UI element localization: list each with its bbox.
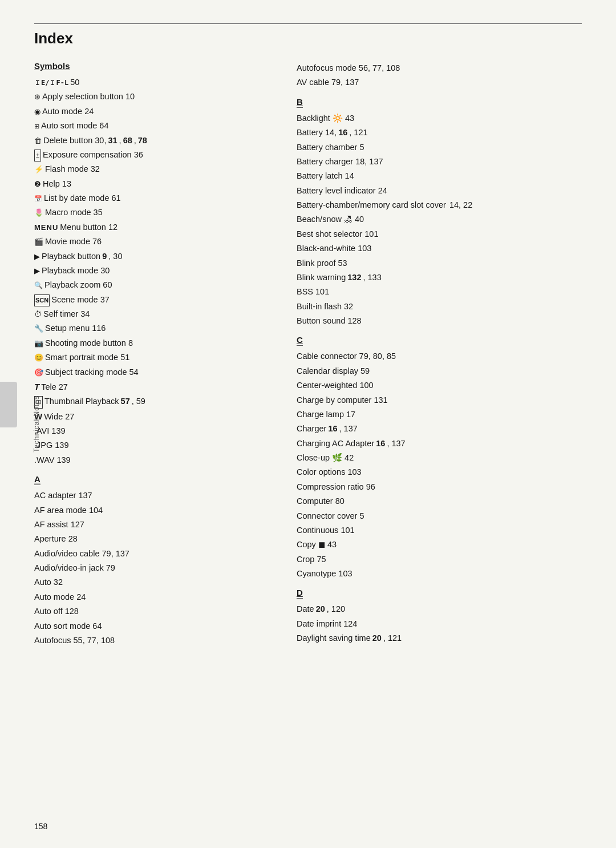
list-item: Audio/video-in jack 79: [34, 561, 274, 575]
list-item: ⊛ Apply selection button 10: [34, 90, 274, 104]
content-area: Symbols ꀤE/ꀤF-L 50 ⊛ Apply selection but…: [34, 61, 582, 650]
list-item: ± Exposure compensation 36: [34, 148, 274, 162]
list-item: Auto mode 24: [34, 590, 274, 604]
smart-portrait-icon: 😊: [34, 352, 43, 365]
section-b: B Backlight 🔆 43 Battery 14, 16, 121 Bat…: [297, 97, 582, 329]
symbols-header: Symbols: [34, 61, 274, 71]
list-item: Battery latch 14: [297, 169, 582, 183]
list-item: Aperture 28: [34, 532, 274, 546]
setup-menu-icon: 🔧: [34, 322, 43, 336]
list-item: Charge by computer 131: [297, 393, 582, 407]
list-item: Battery chamber 5: [297, 140, 582, 155]
list-item: Black-and-white 103: [297, 241, 582, 256]
list-item: Color options 103: [297, 465, 582, 479]
playback-zoom-icon: 🔍: [34, 280, 43, 292]
list-item: Auto 32: [34, 575, 274, 589]
list-date-icon: 📅: [34, 193, 42, 204]
list-item: .AVI 139: [34, 424, 274, 438]
list-item: Center-weighted 100: [297, 378, 582, 393]
list-item: AF assist 127: [34, 518, 274, 532]
list-item: Date 20, 120: [297, 602, 582, 616]
page-header: Index: [34, 23, 582, 47]
list-item: Button sound 128: [297, 314, 582, 328]
list-item: Daylight saving time 20, 121: [297, 631, 582, 645]
auto-mode-icon: ◉: [34, 106, 40, 119]
menu-icon: MENU: [34, 221, 58, 235]
list-item: Copy ◼ 43: [297, 538, 582, 552]
list-item: T Tele 27: [34, 379, 274, 394]
list-item: ⏱ Self timer 34: [34, 307, 274, 321]
list-item: .JPG 139: [34, 438, 274, 453]
list-item: Autofocus 55, 77, 108: [34, 633, 274, 648]
section-d: D Date 20, 120 Date imprint 124 Daylight…: [297, 588, 582, 645]
list-item: 😊 Smart portrait mode 51: [34, 350, 274, 365]
ok-button-icon: ⊛: [34, 91, 40, 104]
list-item: AC adapter 137: [34, 488, 274, 503]
list-item: Connector cover 5: [297, 509, 582, 523]
list-item: 🔍 Playback zoom 60: [34, 278, 274, 292]
list-item: AV cable 79, 137: [297, 75, 582, 90]
right-column: Autofocus mode 56, 77, 108 AV cable 79, …: [297, 61, 582, 650]
playback-mode-icon: ▶: [34, 265, 40, 278]
list-item: Beach/snow 🏖 40: [297, 212, 582, 227]
section-a: A AC adapter 137 AF area mode 104 AF ass…: [34, 474, 274, 648]
list-item: Charger 16, 137: [297, 422, 582, 436]
list-item: ⊞ Auto sort mode 64: [34, 119, 274, 133]
list-item: 🔧 Setup menu 116: [34, 321, 274, 336]
list-item: SCN Scene mode 37: [34, 293, 274, 307]
list-item: Cyanotype 103: [297, 567, 582, 581]
list-item: MENU Menu button 12: [34, 220, 274, 235]
list-item: Autofocus mode 56, 77, 108: [297, 61, 582, 75]
letter-a-header: A: [34, 474, 40, 485]
list-item: Blink proof 53: [297, 256, 582, 270]
list-item: ⊞ Thumbnail Playback 57, 59: [34, 394, 274, 409]
list-item: Blink warning 132, 133: [297, 270, 582, 285]
scene-mode-icon: SCN: [34, 294, 50, 306]
list-item: ▶ Playback button 9, 30: [34, 249, 274, 264]
list-item: Built-in flash 32: [297, 300, 582, 314]
list-item: W Wide 27: [34, 409, 274, 424]
list-item: ꀤE/ꀤF-L 50: [34, 75, 274, 90]
help-icon: ❷: [34, 178, 41, 191]
list-item: Date imprint 124: [297, 617, 582, 631]
macro-icon: 🌷: [34, 207, 43, 220]
page-number: 158: [34, 822, 47, 831]
page: Technical Notes Index Symbols ꀤE/ꀤF-L 50…: [0, 0, 616, 848]
list-item: Audio/video cable 79, 137: [34, 547, 274, 561]
list-item: AF area mode 104: [34, 503, 274, 518]
page-title: Index: [34, 30, 582, 47]
self-timer-icon: ⏱: [34, 308, 42, 321]
letter-c-header: C: [297, 335, 303, 346]
shooting-mode-icon: 📷: [34, 337, 43, 350]
list-item: ⚡ Flash mode 32: [34, 162, 274, 176]
list-item: 📅 List by date mode 61: [34, 191, 274, 205]
movie-mode-icon: 🎬: [34, 236, 43, 249]
list-item: Cable connector 79, 80, 85: [297, 349, 582, 364]
list-item: Continuous 101: [297, 523, 582, 538]
left-column: Symbols ꀤE/ꀤF-L 50 ⊛ Apply selection but…: [34, 61, 274, 650]
subject-tracking-icon: 🎯: [34, 366, 43, 379]
side-tab: [0, 382, 17, 427]
list-item: Battery-chamber/memory card slot cover14…: [297, 198, 582, 212]
list-item: Battery level indicator 24: [297, 184, 582, 198]
list-item: Battery 14, 16, 121: [297, 126, 582, 140]
list-item: 🎯 Subject tracking mode 54: [34, 365, 274, 379]
list-item: Best shot selector 101: [297, 227, 582, 241]
list-item: 📷 Shooting mode button 8: [34, 336, 274, 350]
auto-sort-icon: ⊞: [34, 121, 39, 132]
list-item: Calendar display 59: [297, 364, 582, 378]
tele-icon: T: [34, 379, 39, 394]
ae-af-icon: ꀤE/ꀤF-L: [34, 77, 68, 89]
list-item: Computer 80: [297, 494, 582, 508]
list-item: Auto sort mode 64: [34, 619, 274, 633]
section-c: C Cable connector 79, 80, 85 Calendar di…: [297, 335, 582, 581]
list-item: Charging AC Adapter 16, 137: [297, 437, 582, 451]
flash-mode-icon: ⚡: [34, 163, 43, 176]
delete-button-icon: 🗑: [34, 135, 42, 148]
exposure-comp-icon: ±: [34, 150, 41, 161]
list-item: ◉ Auto mode 24: [34, 104, 274, 119]
list-item: 🎬 Movie mode 76: [34, 235, 274, 249]
list-item: Crop 75: [297, 552, 582, 567]
list-item: ▶ Playback mode 30: [34, 264, 274, 278]
list-item: Backlight 🔆 43: [297, 111, 582, 126]
